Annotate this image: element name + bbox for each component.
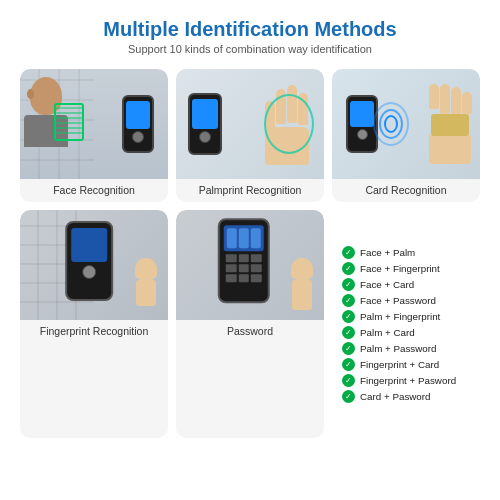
palmprint-recognition-image	[176, 69, 324, 179]
card-card-recognition: Card Recognition	[332, 69, 480, 202]
combo-item-1: ✓ Face + Fingerprint	[342, 262, 470, 275]
combo-label-3: Face + Password	[360, 295, 436, 306]
face-recognition-label: Face Recognition	[49, 179, 139, 202]
card-face-recognition: Face Recognition	[20, 69, 168, 202]
combo-label-5: Palm + Card	[360, 327, 415, 338]
bottom-row: Fingerprint Recognition	[16, 210, 484, 438]
main-title: Multiple Identification Methods	[103, 18, 396, 41]
combo-label-2: Face + Card	[360, 279, 414, 290]
combo-item-2: ✓ Face + Card	[342, 278, 470, 291]
card-palmprint-recognition: Palmprint Recognition	[176, 69, 324, 202]
combo-item-7: ✓ Fingerprint + Card	[342, 358, 470, 371]
top-row: Face Recognition	[16, 69, 484, 202]
check-icon-4: ✓	[342, 310, 355, 323]
card-fingerprint-recognition: Fingerprint Recognition	[20, 210, 168, 438]
combo-label-4: Palm + Fingerprint	[360, 311, 440, 322]
card-recognition-image	[332, 69, 480, 179]
combo-label-8: Fingerprint + Pasword	[360, 375, 456, 386]
combo-item-5: ✓ Palm + Card	[342, 326, 470, 339]
check-icon-6: ✓	[342, 342, 355, 355]
check-icon-2: ✓	[342, 278, 355, 291]
combo-item-3: ✓ Face + Password	[342, 294, 470, 307]
page: Multiple Identification Methods Support …	[0, 0, 500, 500]
face-recognition-image	[20, 69, 168, 179]
combo-label-7: Fingerprint + Card	[360, 359, 439, 370]
fingerprint-recognition-image	[20, 210, 168, 320]
combo-item-0: ✓ Face + Palm	[342, 246, 470, 259]
password-label: Password	[223, 320, 277, 343]
combo-item-4: ✓ Palm + Fingerprint	[342, 310, 470, 323]
combo-item-8: ✓ Fingerprint + Pasword	[342, 374, 470, 387]
password-image	[176, 210, 324, 320]
subtitle: Support 10 kinds of combination way iden…	[128, 43, 372, 55]
check-icon-9: ✓	[342, 390, 355, 403]
combo-item-6: ✓ Palm + Password	[342, 342, 470, 355]
check-icon-5: ✓	[342, 326, 355, 339]
check-icon-0: ✓	[342, 246, 355, 259]
card-recognition-label: Card Recognition	[361, 179, 450, 202]
check-icon-7: ✓	[342, 358, 355, 371]
combo-label-0: Face + Palm	[360, 247, 415, 258]
palmprint-recognition-label: Palmprint Recognition	[195, 179, 306, 202]
check-icon-8: ✓	[342, 374, 355, 387]
combo-item-9: ✓ Card + Pasword	[342, 390, 470, 403]
check-icon-1: ✓	[342, 262, 355, 275]
combo-label-1: Face + Fingerprint	[360, 263, 440, 274]
combo-label-6: Palm + Password	[360, 343, 437, 354]
combo-label-9: Card + Pasword	[360, 391, 431, 402]
fingerprint-recognition-label: Fingerprint Recognition	[36, 320, 153, 343]
card-password: Password	[176, 210, 324, 438]
check-icon-3: ✓	[342, 294, 355, 307]
combination-list: ✓ Face + Palm ✓ Face + Fingerprint ✓ Fac…	[332, 210, 480, 438]
